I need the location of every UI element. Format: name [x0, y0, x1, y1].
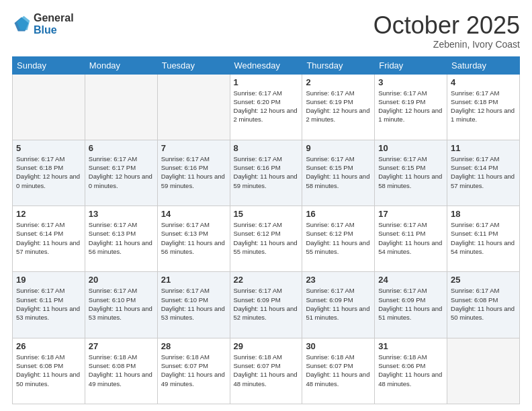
day-info: Sunrise: 6:17 AMSunset: 6:18 PMDaylight:…: [16, 154, 81, 190]
calendar-cell: 11Sunrise: 6:17 AMSunset: 6:14 PMDayligh…: [447, 140, 520, 205]
day-info: Sunrise: 6:17 AMSunset: 6:17 PMDaylight:…: [89, 154, 154, 190]
calendar-cell: 29Sunrise: 6:18 AMSunset: 6:07 PMDayligh…: [230, 338, 302, 404]
calendar-cell: 20Sunrise: 6:17 AMSunset: 6:10 PMDayligh…: [85, 272, 157, 338]
calendar-week-2: 12Sunrise: 6:17 AMSunset: 6:14 PMDayligh…: [13, 206, 520, 272]
calendar-cell: 25Sunrise: 6:17 AMSunset: 6:08 PMDayligh…: [447, 272, 520, 338]
day-number: 7: [161, 143, 226, 153]
day-number: 16: [306, 209, 371, 219]
col-header-thursday: Thursday: [302, 56, 375, 74]
calendar-cell: 15Sunrise: 6:17 AMSunset: 6:12 PMDayligh…: [230, 206, 302, 272]
day-info: Sunrise: 6:17 AMSunset: 6:13 PMDaylight:…: [89, 220, 154, 256]
day-number: 29: [234, 341, 299, 351]
title-block: October 2025 Zebenin, Ivory Coast: [373, 12, 520, 50]
day-number: 11: [451, 143, 516, 153]
calendar-cell: 21Sunrise: 6:17 AMSunset: 6:10 PMDayligh…: [157, 272, 230, 338]
month-title: October 2025: [373, 12, 520, 39]
day-info: Sunrise: 6:17 AMSunset: 6:09 PMDaylight:…: [234, 286, 299, 322]
col-header-monday: Monday: [85, 56, 157, 74]
day-info: Sunrise: 6:17 AMSunset: 6:11 PMDaylight:…: [16, 286, 81, 322]
day-number: 31: [378, 341, 443, 351]
day-info: Sunrise: 6:17 AMSunset: 6:14 PMDaylight:…: [16, 220, 81, 256]
day-number: 22: [234, 275, 299, 285]
calendar-cell: 3Sunrise: 6:17 AMSunset: 6:19 PMDaylight…: [375, 74, 447, 140]
day-info: Sunrise: 6:18 AMSunset: 6:07 PMDaylight:…: [161, 353, 226, 388]
day-number: 3: [378, 77, 443, 87]
calendar-cell: 13Sunrise: 6:17 AMSunset: 6:13 PMDayligh…: [85, 206, 157, 272]
day-number: 2: [306, 77, 371, 87]
day-number: 5: [16, 143, 81, 153]
calendar-week-4: 26Sunrise: 6:18 AMSunset: 6:08 PMDayligh…: [13, 338, 520, 404]
col-header-friday: Friday: [375, 56, 447, 74]
day-number: 6: [89, 143, 154, 153]
calendar-cell: 31Sunrise: 6:18 AMSunset: 6:06 PMDayligh…: [375, 338, 447, 404]
day-info: Sunrise: 6:17 AMSunset: 6:10 PMDaylight:…: [89, 286, 154, 322]
day-info: Sunrise: 6:18 AMSunset: 6:07 PMDaylight:…: [306, 353, 371, 388]
day-number: 1: [234, 77, 299, 87]
calendar-cell: 17Sunrise: 6:17 AMSunset: 6:11 PMDayligh…: [375, 206, 447, 272]
header: General Blue October 2025 Zebenin, Ivory…: [12, 12, 520, 50]
calendar-cell: 27Sunrise: 6:18 AMSunset: 6:08 PMDayligh…: [85, 338, 157, 404]
col-header-wednesday: Wednesday: [230, 56, 302, 74]
calendar-week-1: 5Sunrise: 6:17 AMSunset: 6:18 PMDaylight…: [13, 140, 520, 205]
day-number: 28: [161, 341, 226, 351]
day-info: Sunrise: 6:18 AMSunset: 6:08 PMDaylight:…: [89, 353, 154, 388]
day-number: 14: [161, 209, 226, 219]
day-info: Sunrise: 6:17 AMSunset: 6:10 PMDaylight:…: [161, 286, 226, 322]
calendar-cell: 16Sunrise: 6:17 AMSunset: 6:12 PMDayligh…: [302, 206, 375, 272]
day-info: Sunrise: 6:18 AMSunset: 6:07 PMDaylight:…: [234, 353, 299, 388]
day-info: Sunrise: 6:17 AMSunset: 6:12 PMDaylight:…: [234, 220, 299, 256]
day-number: 10: [378, 143, 443, 153]
day-info: Sunrise: 6:17 AMSunset: 6:20 PMDaylight:…: [234, 89, 299, 124]
day-info: Sunrise: 6:17 AMSunset: 6:11 PMDaylight:…: [451, 220, 516, 256]
calendar-cell: 30Sunrise: 6:18 AMSunset: 6:07 PMDayligh…: [302, 338, 375, 404]
logo-text: General Blue: [34, 12, 74, 36]
day-info: Sunrise: 6:17 AMSunset: 6:15 PMDaylight:…: [306, 154, 371, 190]
logo-general-text: General: [34, 12, 74, 24]
calendar-cell: 9Sunrise: 6:17 AMSunset: 6:15 PMDaylight…: [302, 140, 375, 205]
calendar-cell: 24Sunrise: 6:17 AMSunset: 6:09 PMDayligh…: [375, 272, 447, 338]
calendar-cell: 8Sunrise: 6:17 AMSunset: 6:16 PMDaylight…: [230, 140, 302, 205]
day-info: Sunrise: 6:17 AMSunset: 6:19 PMDaylight:…: [378, 89, 443, 124]
logo-icon: [12, 15, 31, 34]
calendar-cell: 26Sunrise: 6:18 AMSunset: 6:08 PMDayligh…: [13, 338, 85, 404]
day-info: Sunrise: 6:17 AMSunset: 6:15 PMDaylight:…: [378, 154, 443, 190]
calendar-cell: 19Sunrise: 6:17 AMSunset: 6:11 PMDayligh…: [13, 272, 85, 338]
day-number: 12: [16, 209, 81, 219]
calendar-table: SundayMondayTuesdayWednesdayThursdayFrid…: [12, 56, 520, 404]
calendar-cell: 23Sunrise: 6:17 AMSunset: 6:09 PMDayligh…: [302, 272, 375, 338]
calendar-cell: 1Sunrise: 6:17 AMSunset: 6:20 PMDaylight…: [230, 74, 302, 140]
day-info: Sunrise: 6:18 AMSunset: 6:08 PMDaylight:…: [16, 353, 81, 388]
col-header-tuesday: Tuesday: [157, 56, 230, 74]
page: General Blue October 2025 Zebenin, Ivory…: [0, 0, 532, 411]
day-number: 15: [234, 209, 299, 219]
day-number: 20: [89, 275, 154, 285]
calendar-cell: 4Sunrise: 6:17 AMSunset: 6:18 PMDaylight…: [447, 74, 520, 140]
calendar-cell: 6Sunrise: 6:17 AMSunset: 6:17 PMDaylight…: [85, 140, 157, 205]
day-number: 24: [378, 275, 443, 285]
day-number: 30: [306, 341, 371, 351]
day-number: 21: [161, 275, 226, 285]
calendar-cell: 12Sunrise: 6:17 AMSunset: 6:14 PMDayligh…: [13, 206, 85, 272]
day-number: 27: [89, 341, 154, 351]
day-info: Sunrise: 6:17 AMSunset: 6:09 PMDaylight:…: [378, 286, 443, 322]
calendar-cell: 22Sunrise: 6:17 AMSunset: 6:09 PMDayligh…: [230, 272, 302, 338]
calendar-week-0: 1Sunrise: 6:17 AMSunset: 6:20 PMDaylight…: [13, 74, 520, 140]
day-info: Sunrise: 6:17 AMSunset: 6:09 PMDaylight:…: [306, 286, 371, 322]
day-number: 8: [234, 143, 299, 153]
day-info: Sunrise: 6:17 AMSunset: 6:18 PMDaylight:…: [451, 89, 516, 124]
logo: General Blue: [12, 12, 74, 36]
day-info: Sunrise: 6:17 AMSunset: 6:16 PMDaylight:…: [234, 154, 299, 190]
day-number: 17: [378, 209, 443, 219]
day-number: 9: [306, 143, 371, 153]
calendar-cell: [157, 74, 230, 140]
day-info: Sunrise: 6:17 AMSunset: 6:19 PMDaylight:…: [306, 89, 371, 124]
day-number: 4: [451, 77, 516, 87]
calendar-cell: 18Sunrise: 6:17 AMSunset: 6:11 PMDayligh…: [447, 206, 520, 272]
col-header-saturday: Saturday: [447, 56, 520, 74]
calendar-cell: 14Sunrise: 6:17 AMSunset: 6:13 PMDayligh…: [157, 206, 230, 272]
day-info: Sunrise: 6:17 AMSunset: 6:14 PMDaylight:…: [451, 154, 516, 190]
calendar-cell: 28Sunrise: 6:18 AMSunset: 6:07 PMDayligh…: [157, 338, 230, 404]
day-number: 13: [89, 209, 154, 219]
calendar-cell: 5Sunrise: 6:17 AMSunset: 6:18 PMDaylight…: [13, 140, 85, 205]
day-number: 19: [16, 275, 81, 285]
